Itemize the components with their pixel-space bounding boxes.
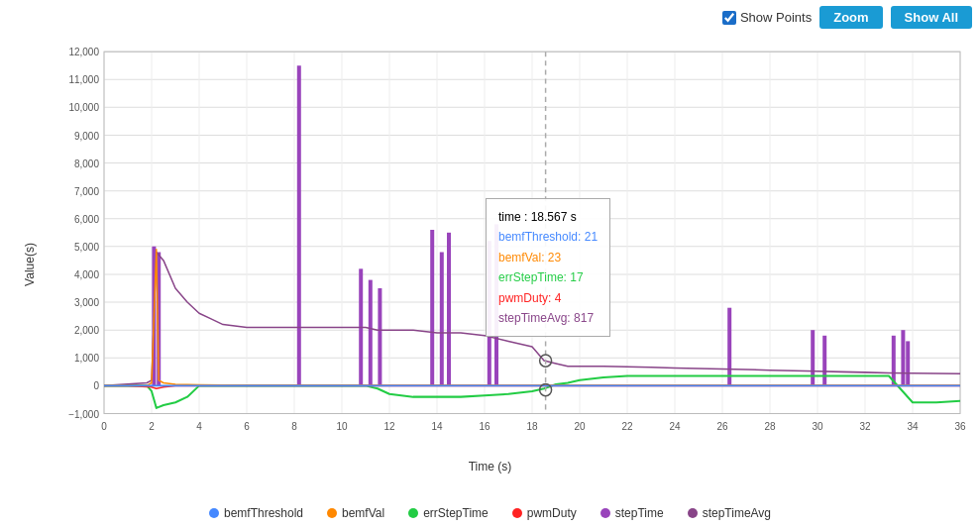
svg-text:7,000: 7,000: [74, 186, 99, 197]
svg-text:32: 32: [859, 421, 871, 432]
legend-dot-errStepTime: [408, 508, 418, 518]
x-axis-label: Time (s): [469, 460, 512, 474]
svg-text:3,000: 3,000: [74, 297, 99, 308]
svg-text:26: 26: [716, 421, 728, 432]
svg-text:5,000: 5,000: [74, 242, 99, 253]
legend-item-bemfVal: bemfVal: [327, 506, 384, 520]
chart-container: −1,00001,0002,0003,0004,0005,0006,0007,0…: [50, 42, 970, 449]
svg-text:34: 34: [907, 421, 919, 432]
svg-text:4,000: 4,000: [74, 269, 99, 280]
legend-label-pwmDuty: pwmDuty: [527, 506, 577, 520]
show-points-text: Show Points: [740, 10, 812, 25]
show-all-button[interactable]: Show All: [891, 6, 972, 29]
legend-item-stepTimeAvg: stepTimeAvg: [688, 506, 771, 520]
legend-dot-stepTimeAvg: [688, 508, 698, 518]
show-points-checkbox[interactable]: [722, 11, 736, 25]
legend-label-stepTimeAvg: stepTimeAvg: [703, 506, 771, 520]
svg-text:30: 30: [812, 421, 823, 432]
legend-item-stepTime: stepTime: [600, 506, 664, 520]
app: Show Points Zoom Show All Value(s) −1,00…: [0, 0, 980, 528]
legend: bemfThresholdbemfValerrStepTimepwmDutyst…: [0, 506, 980, 520]
svg-text:28: 28: [764, 421, 776, 432]
svg-text:36: 36: [954, 421, 966, 432]
svg-text:10: 10: [336, 421, 348, 432]
toolbar: Show Points Zoom Show All: [722, 6, 972, 29]
svg-text:12,000: 12,000: [68, 47, 99, 57]
svg-text:14: 14: [431, 421, 443, 432]
svg-text:2,000: 2,000: [74, 325, 99, 336]
svg-text:4: 4: [196, 421, 202, 432]
svg-text:6: 6: [244, 421, 250, 432]
legend-dot-pwmDuty: [512, 508, 522, 518]
legend-item-errStepTime: errStepTime: [408, 506, 489, 520]
svg-text:11,000: 11,000: [68, 74, 99, 85]
legend-dot-stepTime: [600, 508, 610, 518]
legend-dot-bemfVal: [327, 508, 337, 518]
legend-item-bemfThreshold: bemfThreshold: [209, 506, 303, 520]
svg-text:2: 2: [149, 421, 155, 432]
svg-text:18: 18: [526, 421, 538, 432]
svg-text:20: 20: [574, 421, 586, 432]
svg-text:8,000: 8,000: [74, 158, 99, 169]
svg-text:8: 8: [291, 421, 297, 432]
svg-text:6,000: 6,000: [74, 214, 99, 225]
svg-text:1,000: 1,000: [74, 353, 99, 364]
svg-text:0: 0: [93, 380, 99, 391]
svg-text:0: 0: [101, 421, 107, 432]
svg-text:22: 22: [621, 421, 633, 432]
legend-dot-bemfThreshold: [209, 508, 219, 518]
legend-label-errStepTime: errStepTime: [423, 506, 489, 520]
show-points-label[interactable]: Show Points: [722, 10, 812, 25]
legend-label-stepTime: stepTime: [615, 506, 664, 520]
svg-text:12: 12: [383, 421, 395, 432]
svg-text:16: 16: [479, 421, 490, 432]
y-axis-label: Value(s): [23, 243, 37, 286]
svg-text:24: 24: [669, 421, 681, 432]
svg-text:10,000: 10,000: [68, 102, 99, 113]
legend-label-bemfVal: bemfVal: [342, 506, 384, 520]
chart-svg: −1,00001,0002,0003,0004,0005,0006,0007,0…: [50, 42, 970, 449]
svg-text:9,000: 9,000: [74, 130, 99, 141]
legend-label-bemfThreshold: bemfThreshold: [224, 506, 303, 520]
zoom-button[interactable]: Zoom: [819, 6, 882, 29]
svg-text:−1,000: −1,000: [68, 408, 99, 419]
legend-item-pwmDuty: pwmDuty: [512, 506, 577, 520]
